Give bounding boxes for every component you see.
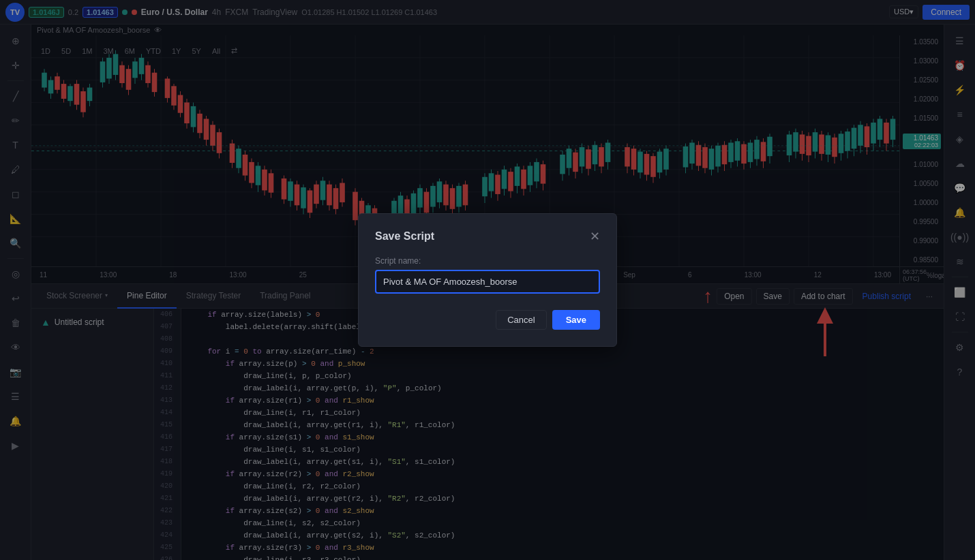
modal-close-button[interactable]: ✕ [590,230,600,243]
save-confirm-button[interactable]: Save [552,310,600,330]
cancel-button[interactable]: Cancel [496,310,546,330]
script-name-label: Script name: [375,256,600,266]
modal-body: Script name: [375,256,600,294]
modal-overlay: Save Script ✕ Script name: Cancel Save [0,0,975,560]
modal-title: Save Script [375,230,434,243]
save-script-modal: Save Script ✕ Script name: Cancel Save [358,213,617,347]
script-name-input[interactable] [375,270,600,294]
modal-actions: Cancel Save [375,310,600,330]
modal-header: Save Script ✕ [375,230,600,243]
